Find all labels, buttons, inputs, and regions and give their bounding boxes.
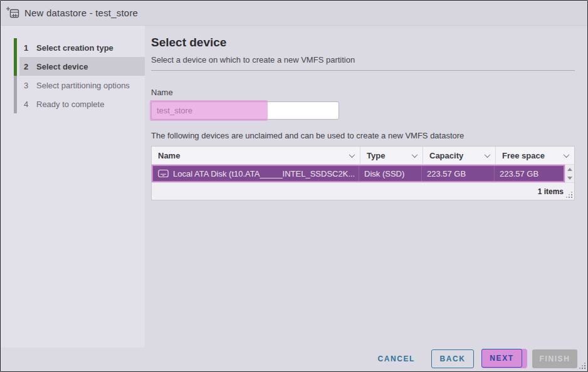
chevron-down-icon[interactable] xyxy=(485,152,491,158)
finish-button: FINISH xyxy=(532,349,577,368)
device-type-cell: Disk (SSD) xyxy=(359,166,421,181)
column-header-name[interactable]: Name xyxy=(152,147,360,164)
step-label: Select partitioning options xyxy=(36,81,130,90)
step-number: 1 xyxy=(24,43,36,53)
back-button[interactable]: BACK xyxy=(431,349,474,368)
scroll-down-icon[interactable] xyxy=(565,173,574,182)
step-ready-to-complete[interactable]: 4 Ready to complete xyxy=(1,95,145,113)
name-field-label: Name xyxy=(151,88,575,97)
step-label: Ready to complete xyxy=(36,100,104,109)
hard-disk-icon xyxy=(158,169,169,178)
step-progress-bar xyxy=(14,95,17,113)
datastore-name-input[interactable] xyxy=(151,101,339,120)
step-label: Select device xyxy=(36,62,88,71)
chevron-down-icon[interactable] xyxy=(349,152,355,158)
items-count: 1 items xyxy=(538,187,564,196)
column-label: Capacity xyxy=(429,151,463,160)
new-datastore-icon xyxy=(6,6,22,21)
step-select-creation-type[interactable]: 1 Select creation type xyxy=(1,38,145,57)
device-name-cell: Local ATA Disk (t10.ATA_____INTEL_SSDSC2… xyxy=(153,166,359,181)
step-select-device[interactable]: 2 Select device xyxy=(1,57,145,76)
column-label: Name xyxy=(158,151,180,160)
cancel-button[interactable]: CANCEL xyxy=(375,349,417,368)
step-progress-bar xyxy=(14,38,17,57)
new-datastore-dialog: New datastore - test_store 1 Select crea… xyxy=(0,0,588,372)
chevron-down-icon[interactable] xyxy=(564,152,570,158)
column-header-free-space[interactable]: Free space xyxy=(495,147,574,164)
column-label: Type xyxy=(367,151,385,160)
wizard-steps-sidebar: 1 Select creation type 2 Select device 3… xyxy=(1,26,145,348)
device-free-space-cell: 223.57 GB xyxy=(494,166,564,181)
dialog-resize-grip-icon[interactable] xyxy=(579,363,585,369)
page-subtitle: Select a device on which to create a new… xyxy=(151,55,575,65)
wizard-content: Select device Select a device on which t… xyxy=(145,26,588,348)
device-row-selected[interactable]: Local ATA Disk (t10.ATA_____INTEL_SSDSC2… xyxy=(152,165,565,182)
dialog-title: New datastore - test_store xyxy=(24,8,138,18)
step-select-partitioning-options[interactable]: 3 Select partitioning options xyxy=(1,76,145,95)
column-label: Free space xyxy=(502,151,545,160)
dialog-footer: CANCEL BACK NEXT FINISH xyxy=(375,349,577,368)
step-number: 2 xyxy=(24,62,36,71)
devices-caption: The following devices are unclaimed and … xyxy=(151,131,575,140)
step-number: 3 xyxy=(24,81,36,90)
header-divider xyxy=(151,70,575,71)
column-header-type[interactable]: Type xyxy=(360,147,423,164)
device-capacity-cell: 223.57 GB xyxy=(421,166,494,181)
device-name: Local ATA Disk (t10.ATA_____INTEL_SSDSC2… xyxy=(173,169,355,178)
column-header-capacity[interactable]: Capacity xyxy=(423,147,495,164)
devices-table: Name Type Capacity Free space xyxy=(151,146,575,200)
dialog-titlebar: New datastore - test_store xyxy=(1,1,587,26)
page-title: Select device xyxy=(151,36,575,49)
step-progress-bar xyxy=(14,76,17,95)
table-scrollbar[interactable] xyxy=(565,165,574,182)
step-progress-bar xyxy=(14,57,17,76)
step-label: Select creation type xyxy=(36,43,113,53)
table-resize-grip-icon[interactable] xyxy=(567,192,572,198)
chevron-down-icon[interactable] xyxy=(412,152,418,158)
devices-table-footer: 1 items xyxy=(152,182,574,200)
step-number: 4 xyxy=(24,100,36,109)
next-button[interactable]: NEXT xyxy=(481,349,522,368)
scroll-up-icon[interactable] xyxy=(565,165,574,173)
devices-table-header: Name Type Capacity Free space xyxy=(152,147,574,165)
next-button-highlight: NEXT xyxy=(481,349,527,368)
